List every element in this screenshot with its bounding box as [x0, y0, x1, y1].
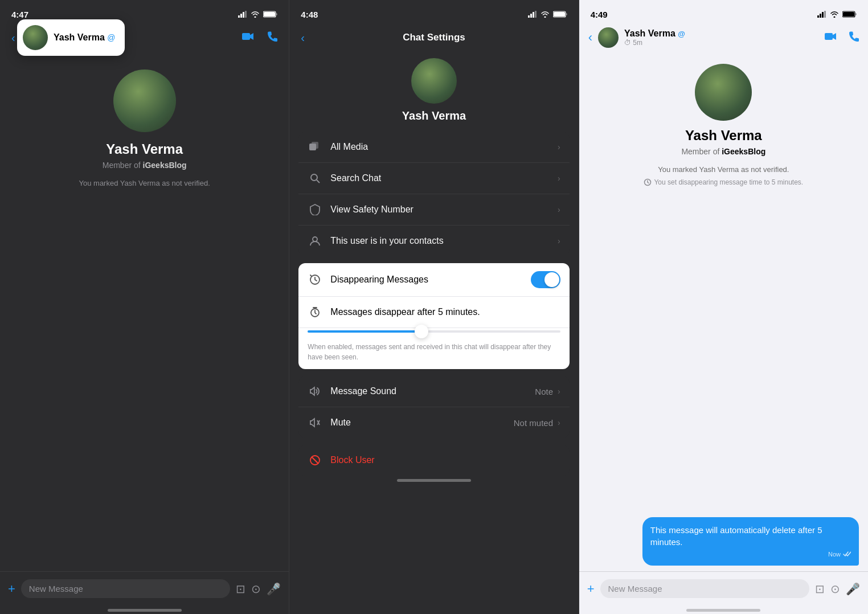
chat-nav-icons	[825, 31, 859, 45]
mic-icon-3[interactable]: 🎤	[846, 582, 860, 596]
back-button-2[interactable]: ‹	[301, 31, 305, 44]
chat-profile-avatar	[695, 64, 752, 121]
svg-rect-3	[245, 11, 247, 18]
sound-label: Message Sound	[330, 386, 535, 396]
tooltip-name: Yash Verma	[54, 32, 105, 42]
chat-nav-avatar[interactable]	[598, 27, 619, 48]
camera-icon-3[interactable]: ⊙	[830, 582, 840, 596]
svg-line-23	[312, 457, 318, 464]
tooltip-content: Yash Verma @	[54, 32, 116, 43]
camera-icon-1[interactable]: ⊙	[251, 582, 261, 596]
disappearing-hint: When enabled, messages sent and received…	[298, 337, 569, 369]
contacts-label: This user is in your contacts	[330, 236, 558, 246]
tooltip-verified: @	[107, 33, 115, 42]
profile-avatar-1	[113, 69, 176, 132]
name-tooltip[interactable]: Yash Verma @	[17, 19, 125, 56]
chat-verified-status: You marked Yash Verma as not verified.	[658, 165, 789, 174]
disappearing-label: Disappearing Messages	[330, 275, 530, 285]
status-time-2: 4:48	[301, 10, 318, 19]
wifi-icon-2	[541, 11, 550, 18]
chevron-safety: ›	[558, 205, 560, 214]
settings-profile: Yash Verma	[289, 52, 578, 132]
home-indicator-2	[397, 479, 471, 482]
settings-nav: ‹ Chat Settings	[289, 25, 578, 52]
chat-profile-name: Yash Verma	[685, 128, 762, 144]
menu-item-contacts[interactable]: This user is in your contacts ›	[298, 226, 569, 256]
status-icons-2	[528, 11, 567, 18]
mic-icon-1[interactable]: 🎤	[267, 582, 281, 596]
chat-nav: ‹ Yash Verma @ ⏱ 5m	[579, 25, 868, 52]
signal-icon-1	[238, 11, 247, 18]
slider-thumb[interactable]	[415, 325, 428, 338]
search-icon	[308, 171, 322, 186]
chevron-mute: ›	[558, 418, 560, 427]
status-bar-2: 4:48	[289, 0, 578, 25]
disappearing-system-msg: You set disappearing message time to 5 m…	[644, 178, 803, 186]
disappearing-duration-item: Messages disappear after 5 minutes.	[298, 297, 569, 328]
message-input-3[interactable]: New Message	[600, 579, 809, 598]
settings-user-name: Yash Verma	[402, 109, 466, 122]
chat-user-status: ⏱ 5m	[624, 39, 685, 47]
timer-icon	[308, 305, 322, 320]
svg-rect-24	[817, 15, 819, 18]
sticker-icon-1[interactable]: ⊡	[236, 582, 245, 596]
plus-icon-3[interactable]: +	[587, 582, 595, 596]
mute-value: Not muted	[514, 418, 553, 428]
call-button-1[interactable]	[266, 31, 277, 45]
disappearing-toggle-item[interactable]: Disappearing Messages	[298, 263, 569, 297]
disappearing-duration: Messages disappear after 5 minutes.	[330, 307, 480, 317]
svg-rect-12	[554, 12, 565, 17]
battery-icon-3	[842, 11, 857, 18]
settings-title: Chat Settings	[403, 32, 465, 43]
battery-icon-1	[263, 11, 277, 18]
menu-item-mute[interactable]: Mute Not muted ›	[298, 407, 569, 438]
menu-item-sound[interactable]: Message Sound Note ›	[298, 376, 569, 407]
block-user-item[interactable]: Block User	[298, 445, 569, 476]
video-call-button-3[interactable]	[825, 31, 837, 45]
disappearing-icon	[308, 272, 322, 287]
call-button-3[interactable]	[847, 31, 859, 45]
svg-line-16	[317, 180, 320, 183]
tooltip-avatar	[23, 25, 48, 50]
svg-point-17	[313, 237, 317, 241]
menu-item-search-chat[interactable]: Search Chat ›	[298, 163, 569, 194]
phone-2: 4:48 ‹ Chat Settings Yash Verma All Medi…	[289, 0, 579, 614]
message-bar-3: + New Message ⊡ ⊙ 🎤	[579, 571, 868, 605]
chevron-contacts: ›	[558, 236, 560, 245]
svg-point-15	[311, 174, 317, 181]
menu-item-safety-number[interactable]: View Safety Number ›	[298, 194, 569, 226]
safety-number-label: View Safety Number	[330, 204, 558, 215]
sticker-icon-3[interactable]: ⊡	[815, 582, 825, 596]
back-button-3[interactable]: ‹	[588, 30, 592, 45]
svg-rect-5	[264, 12, 275, 17]
message-input-1[interactable]: New Message	[21, 579, 230, 598]
svg-rect-0	[238, 15, 240, 18]
svg-rect-9	[533, 12, 534, 18]
svg-rect-7	[528, 15, 530, 18]
svg-rect-6	[242, 33, 250, 40]
slider-container[interactable]	[298, 328, 569, 337]
home-indicator-3	[686, 609, 760, 612]
signal-icon-3	[817, 11, 826, 18]
chat-profile-member: Member of iGeeksBlog	[681, 147, 765, 156]
chat-user-info: Yash Verma @ ⏱ 5m	[624, 28, 819, 47]
plus-icon-1[interactable]: +	[8, 582, 15, 596]
svg-rect-10	[535, 11, 537, 18]
member-text-1: Member of iGeeksBlog	[103, 161, 187, 170]
status-icons-3	[817, 11, 857, 18]
svg-rect-30	[825, 33, 833, 40]
menu-item-all-media[interactable]: All Media ›	[298, 132, 569, 163]
user-name-1: Yash Verma	[106, 141, 183, 157]
status-time-1: 4:47	[11, 10, 28, 19]
status-icons-1	[238, 11, 277, 18]
settings-bottom-menu: Message Sound Note › Mute Not muted ›	[298, 376, 569, 438]
svg-rect-26	[822, 12, 824, 18]
disappearing-section: Disappearing Messages Messages disappear…	[298, 263, 569, 369]
signal-icon-2	[528, 11, 537, 18]
video-call-button-1[interactable]	[242, 31, 255, 45]
shield-icon	[308, 202, 322, 217]
sound-icon	[308, 384, 322, 399]
media-icon	[308, 140, 322, 154]
back-button-1[interactable]: ‹	[11, 31, 15, 44]
disappearing-toggle[interactable]	[531, 271, 560, 288]
